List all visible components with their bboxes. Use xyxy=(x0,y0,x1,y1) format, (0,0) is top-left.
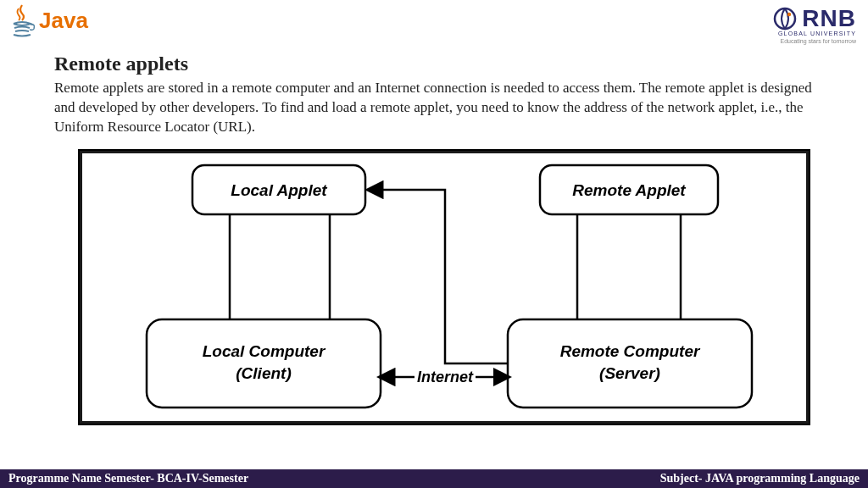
page-title: Remote applets xyxy=(54,53,834,75)
svg-point-0 xyxy=(775,8,795,29)
diagram-local-computer-l1: Local Computer xyxy=(203,342,326,360)
diagram-remote-computer-l2: (Server) xyxy=(599,364,660,382)
footer-right: Subject- JAVA programming Language xyxy=(660,472,860,485)
svg-rect-5 xyxy=(508,319,752,408)
java-cup-icon xyxy=(8,3,36,37)
diagram-local-applet: Local Applet xyxy=(231,181,327,199)
diagram-internet: Internet xyxy=(417,369,474,385)
diagram-remote-applet: Remote Applet xyxy=(572,181,686,199)
rnb-logo-text: RNB xyxy=(802,5,856,32)
content: Remote applets Remote applets are stored… xyxy=(0,53,868,425)
svg-point-1 xyxy=(787,13,791,16)
java-logo-text: Java xyxy=(39,8,88,34)
footer-left: Programme Name Semester- BCA-IV-Semester xyxy=(8,472,248,485)
footer: Programme Name Semester- BCA-IV-Semester… xyxy=(0,469,868,488)
java-logo: Java xyxy=(8,3,88,37)
rnb-icon xyxy=(773,7,797,30)
rnb-logo-sub: GLOBAL UNIVERSITY xyxy=(773,30,856,36)
diagram: Local Applet Remote Applet Local Compute… xyxy=(78,149,810,425)
svg-rect-4 xyxy=(147,319,381,408)
diagram-remote-computer-l1: Remote Computer xyxy=(560,342,701,360)
diagram-local-computer-l2: (Client) xyxy=(236,364,291,382)
header: Java RNB GLOBAL UNIVERSITY Educating sta… xyxy=(0,0,868,51)
rnb-logo-tag: Educating stars for tomorrow xyxy=(773,38,856,44)
rnb-logo: RNB GLOBAL UNIVERSITY Educating stars fo… xyxy=(773,5,856,44)
body-text: Remote applets are stored in a remote co… xyxy=(54,79,834,137)
